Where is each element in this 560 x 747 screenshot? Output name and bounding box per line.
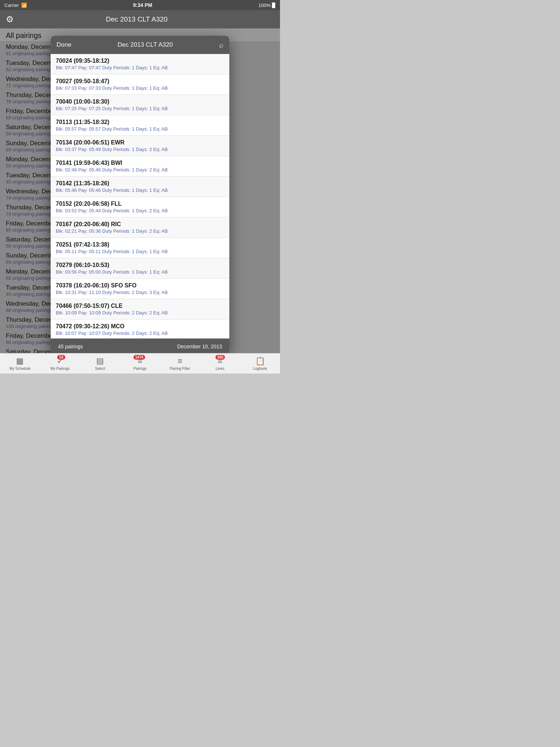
tab-lines[interactable]: 285 ≡ Lines bbox=[200, 356, 240, 371]
tab-label-my-schedule: My Schedule bbox=[9, 367, 31, 371]
pairing-title: 70152 (20:20-06:58) FLL bbox=[56, 201, 224, 207]
pairing-title: 70466 (07:50-15:07) CLE bbox=[56, 303, 224, 309]
nav-bar: ⚙ Dec 2013 CLT A320 bbox=[0, 10, 280, 28]
modal-pairing-list[interactable]: 70024 (09:35-18:12) Blk: 07:47 Pay: 07:4… bbox=[51, 54, 229, 338]
pairing-details: Blk: 03:56 Pay: 05:00 Duty Periods: 1 Da… bbox=[56, 269, 224, 275]
pairing-details: Blk: 03:52 Pay: 05:44 Duty Periods: 1 Da… bbox=[56, 208, 224, 213]
modal-overlay: Done Dec 2013 CLT A320 ⌕ 70024 (09:35-18… bbox=[0, 28, 280, 353]
pairing-row[interactable]: 70024 (09:35-18:12) Blk: 07:47 Pay: 07:4… bbox=[51, 54, 229, 74]
tab-label-select: Select bbox=[95, 367, 105, 371]
pairing-row[interactable]: 70134 (20:00-06:51) EWR Blk: 03:37 Pay: … bbox=[51, 136, 229, 156]
modal-done-button[interactable]: Done bbox=[57, 41, 71, 49]
pairing-details: Blk: 03:37 Pay: 05:49 Duty Periods: 1 Da… bbox=[56, 147, 224, 152]
tab-pairing-filter[interactable]: ≡ Pairing Filter bbox=[160, 356, 200, 371]
tab-label-my-pairings: My Pairings bbox=[50, 367, 69, 371]
status-left: Carrier 📶 bbox=[4, 3, 27, 8]
tab-label-lines: Lines bbox=[216, 367, 225, 371]
tab-icon-select: ▤ bbox=[96, 356, 104, 366]
nav-title: Dec 2013 CLT A320 bbox=[14, 15, 260, 23]
pairing-title: 70378 (16:20-06:10) SFO SFO bbox=[56, 282, 224, 289]
tab-label-logbook: Logbook bbox=[253, 367, 267, 371]
modal-search-icon[interactable]: ⌕ bbox=[219, 41, 223, 49]
pairing-title: 70279 (06:10-10:53) bbox=[56, 262, 224, 268]
main-content: All pairings Monday, December 2, 2013 91… bbox=[0, 28, 280, 353]
pairing-title: 70251 (07:42-13:38) bbox=[56, 241, 224, 248]
pairing-row[interactable]: 70167 (20:20-06:40) RIC Blk: 02:21 Pay: … bbox=[51, 217, 229, 238]
pairing-title: 70167 (20:20-06:40) RIC bbox=[56, 221, 224, 228]
gear-icon[interactable]: ⚙ bbox=[6, 14, 14, 24]
pairing-details: Blk: 05:57 Pay: 05:57 Duty Periods: 1 Da… bbox=[56, 126, 224, 132]
tab-icon-logbook: 📋 bbox=[255, 356, 265, 366]
pairing-details: Blk: 10:31 Pay: 11:10 Duty Periods: 2 Da… bbox=[56, 290, 224, 295]
pairing-details: Blk: 07:47 Pay: 07:47 Duty Periods: 1 Da… bbox=[56, 65, 224, 70]
wifi-icon: 📶 bbox=[21, 3, 27, 8]
tab-select[interactable]: ▤ Select bbox=[80, 356, 120, 371]
pairing-details: Blk: 05:11 Pay: 05:11 Duty Periods: 1 Da… bbox=[56, 249, 224, 254]
tab-badge-lines: 285 bbox=[215, 355, 225, 360]
pairing-title: 70142 (11:35-18:26) bbox=[56, 180, 224, 187]
tab-my-pairings[interactable]: 53 ✓ My Pairings bbox=[40, 356, 80, 371]
tab-my-schedule[interactable]: ▦ My Schedule bbox=[0, 356, 40, 371]
pairing-title: 70024 (09:35-18:12) bbox=[56, 58, 224, 64]
pairing-title: 70141 (19:59-06:43) BWI bbox=[56, 160, 224, 166]
pairing-details: Blk: 02:21 Pay: 05:36 Duty Periods: 1 Da… bbox=[56, 228, 224, 234]
tab-label-pairings: Pairings bbox=[133, 367, 147, 371]
pairing-row[interactable]: 70378 (16:20-06:10) SFO SFO Blk: 10:31 P… bbox=[51, 279, 229, 299]
pairing-details: Blk: 07:33 Pay: 07:33 Duty Periods: 1 Da… bbox=[56, 85, 224, 91]
pairing-row[interactable]: 70251 (07:42-13:38) Blk: 05:11 Pay: 05:1… bbox=[51, 238, 229, 258]
pairing-details: Blk: 05:46 Pay: 05:46 Duty Periods: 1 Da… bbox=[56, 187, 224, 193]
tab-icon-pairing-filter: ≡ bbox=[178, 356, 182, 366]
battery-label: 100% bbox=[258, 3, 271, 8]
tab-icon-my-schedule: ▦ bbox=[16, 356, 24, 366]
pairing-row[interactable]: 70040 (10:00-18:30) Blk: 07:25 Pay: 07:2… bbox=[51, 95, 229, 115]
pairing-details: Blk: 10:09 Pay: 10:09 Duty Periods: 2 Da… bbox=[56, 310, 224, 316]
carrier-label: Carrier bbox=[4, 3, 19, 8]
pairing-details: Blk: 02:48 Pay: 05:46 Duty Periods: 1 Da… bbox=[56, 167, 224, 173]
pairing-title: 70472 (09:30-12:26) MCO bbox=[56, 323, 224, 330]
status-bar: Carrier 📶 9:34 PM 100% ▉ bbox=[0, 0, 280, 10]
tab-badge-my-pairings: 53 bbox=[57, 355, 65, 360]
modal-header: Done Dec 2013 CLT A320 ⌕ bbox=[51, 36, 229, 54]
tab-pairings[interactable]: 1474 ≡ Pairings bbox=[120, 356, 160, 371]
pairing-details: Blk: 10:07 Pay: 10:07 Duty Periods: 2 Da… bbox=[56, 330, 224, 336]
tab-bar: ▦ My Schedule 53 ✓ My Pairings ▤ Select … bbox=[0, 353, 280, 374]
pairing-row[interactable]: 70113 (11:35-18:32) Blk: 05:57 Pay: 05:5… bbox=[51, 115, 229, 136]
pairing-row[interactable]: 70466 (07:50-15:07) CLE Blk: 10:09 Pay: … bbox=[51, 299, 229, 320]
modal-dialog: Done Dec 2013 CLT A320 ⌕ 70024 (09:35-18… bbox=[51, 36, 229, 353]
modal-footer-date: December 10, 2013 bbox=[177, 344, 222, 349]
pairing-details: Blk: 07:25 Pay: 07:25 Duty Periods: 1 Da… bbox=[56, 106, 224, 111]
status-right: 100% ▉ bbox=[258, 3, 276, 8]
pairing-title: 70113 (11:35-18:32) bbox=[56, 119, 224, 125]
modal-title: Dec 2013 CLT A320 bbox=[118, 41, 173, 49]
pairing-row[interactable]: 70141 (19:59-06:43) BWI Blk: 02:48 Pay: … bbox=[51, 156, 229, 177]
tab-badge-pairings: 1474 bbox=[133, 355, 145, 360]
modal-footer: 45 pairings December 10, 2013 bbox=[51, 338, 229, 353]
tab-label-pairing-filter: Pairing Filter bbox=[170, 367, 190, 371]
battery-icon: ▉ bbox=[272, 3, 276, 8]
tab-logbook[interactable]: 📋 Logbook bbox=[240, 356, 280, 371]
modal-footer-count: 45 pairings bbox=[58, 344, 83, 349]
pairing-title: 70027 (09:50-18:47) bbox=[56, 78, 224, 85]
pairing-row[interactable]: 70142 (11:35-18:26) Blk: 05:46 Pay: 05:4… bbox=[51, 177, 229, 197]
pairing-row[interactable]: 70472 (09:30-12:26) MCO Blk: 10:07 Pay: … bbox=[51, 320, 229, 338]
pairing-row[interactable]: 70027 (09:50-18:47) Blk: 07:33 Pay: 07:3… bbox=[51, 74, 229, 95]
pairing-title: 70040 (10:00-18:30) bbox=[56, 98, 224, 105]
pairing-row[interactable]: 70152 (20:20-06:58) FLL Blk: 03:52 Pay: … bbox=[51, 197, 229, 217]
pairing-row[interactable]: 70279 (06:10-10:53) Blk: 03:56 Pay: 05:0… bbox=[51, 258, 229, 279]
time-label: 9:34 PM bbox=[133, 2, 152, 8]
pairing-title: 70134 (20:00-06:51) EWR bbox=[56, 139, 224, 146]
